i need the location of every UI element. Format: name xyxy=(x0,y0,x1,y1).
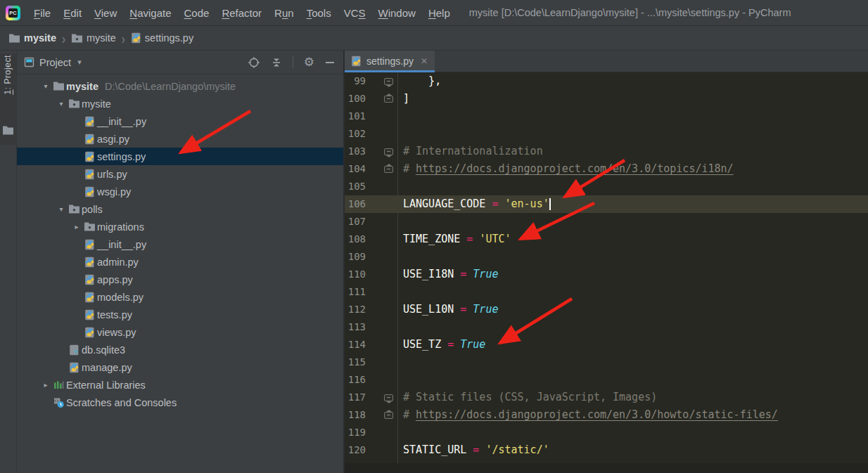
code-line-105[interactable]: 105 xyxy=(345,178,868,195)
menu-tools[interactable]: Tools xyxy=(300,7,338,19)
tree-item-__init__-py[interactable]: __init__.py xyxy=(17,112,343,130)
code-line-117[interactable]: 117−# Static files (CSS, JavaScript, Ima… xyxy=(345,389,868,406)
close-icon[interactable]: ✕ xyxy=(421,56,428,66)
line-number[interactable]: 109 xyxy=(345,248,366,266)
menu-navigate[interactable]: Navigate xyxy=(123,7,177,19)
menu-edit[interactable]: Edit xyxy=(57,7,88,19)
tree-item-manage-py[interactable]: manage.py xyxy=(17,358,343,376)
tree-item-settings-py[interactable]: settings.py xyxy=(17,148,343,165)
code-text: TIME_ZONE = 'UTC' xyxy=(403,231,511,248)
tree-item-mysite[interactable]: ▾mysiteD:\Code\LearnDjango\mysite xyxy=(17,77,343,95)
code-line-114[interactable]: 114USE_TZ = True xyxy=(345,336,868,354)
menu-help[interactable]: Help xyxy=(422,7,457,19)
fold-region-end-icon[interactable]: − xyxy=(384,94,393,103)
fold-region-end-icon[interactable]: − xyxy=(384,410,393,420)
tree-item-tests-py[interactable]: tests.py xyxy=(17,306,343,323)
line-number[interactable]: 119 xyxy=(345,424,366,441)
line-number[interactable]: 115 xyxy=(345,354,366,371)
code-line-104[interactable]: 104−# https://docs.djangoproject.com/en/… xyxy=(345,160,868,178)
code-line-111[interactable]: 111 xyxy=(345,283,868,301)
line-number[interactable]: 104 xyxy=(345,160,366,178)
line-number[interactable]: 120 xyxy=(345,441,366,459)
fold-region-start-icon[interactable]: − xyxy=(384,147,393,156)
tree-item-polls[interactable]: ▾polls xyxy=(17,200,343,218)
chevron-expanded-icon[interactable]: ▾ xyxy=(56,205,67,213)
line-number[interactable]: 112 xyxy=(345,301,366,318)
code-line-102[interactable]: 102 xyxy=(345,125,868,143)
fold-region-start-icon[interactable]: − xyxy=(384,77,393,86)
menu-view[interactable]: View xyxy=(88,7,123,19)
line-number[interactable]: 114 xyxy=(345,336,366,354)
tree-item-models-py[interactable]: models.py xyxy=(17,288,343,306)
code-line-106[interactable]: 106LANGUAGE_CODE = 'en-us' xyxy=(345,195,868,213)
line-number[interactable]: 100 xyxy=(345,90,366,108)
line-number[interactable]: 102 xyxy=(345,125,366,143)
code-line-110[interactable]: 110USE_I18N = True xyxy=(345,266,868,283)
settings-gear-icon[interactable]: ⚙ xyxy=(304,56,314,68)
line-number[interactable]: 107 xyxy=(345,213,366,231)
code-line-116[interactable]: 116 xyxy=(345,371,868,389)
chevron-collapsed-icon[interactable]: ▸ xyxy=(40,381,51,389)
tree-item-urls-py[interactable]: urls.py xyxy=(17,165,343,183)
line-number[interactable]: 106 xyxy=(345,195,366,213)
tree-item-apps-py[interactable]: apps.py xyxy=(17,271,343,288)
tree-item-asgi-py[interactable]: asgi.py xyxy=(17,130,343,148)
fold-region-end-icon[interactable]: − xyxy=(384,164,393,174)
tree-item-db-sqlite3[interactable]: ?db.sqlite3 xyxy=(17,341,343,358)
chevron-down-icon[interactable]: ▾ xyxy=(77,58,82,67)
code-line-107[interactable]: 107 xyxy=(345,213,868,231)
tree-item-__init__-py[interactable]: __init__.py xyxy=(17,235,343,253)
line-number[interactable]: 108 xyxy=(345,231,366,248)
line-number[interactable]: 101 xyxy=(345,108,366,125)
tab-settings-py[interactable]: settings.py ✕ xyxy=(345,51,435,72)
chevron-expanded-icon[interactable]: ▾ xyxy=(56,100,67,108)
breadcrumb-item-mysite[interactable]: mysite xyxy=(7,32,58,44)
menu-run[interactable]: Run xyxy=(268,7,300,19)
code-line-118[interactable]: 118−# https://docs.djangoproject.com/en/… xyxy=(345,406,868,424)
code-line-112[interactable]: 112USE_L10N = True xyxy=(345,301,868,318)
code-line-109[interactable]: 109 xyxy=(345,248,868,266)
hide-panel-icon[interactable] xyxy=(325,58,335,67)
line-number[interactable]: 113 xyxy=(345,318,366,336)
line-number[interactable]: 111 xyxy=(345,283,366,301)
code-editor[interactable]: 99− },100−]101102103−# Internationalizat… xyxy=(345,72,868,473)
breadcrumb-item-settings-py[interactable]: settings.py xyxy=(129,32,195,44)
line-number[interactable]: 105 xyxy=(345,178,366,195)
collapse-all-icon[interactable] xyxy=(271,57,282,68)
breadcrumb-item-mysite[interactable]: mysite xyxy=(70,32,117,44)
tree-item-admin-py[interactable]: admin.py xyxy=(17,253,343,271)
line-number[interactable]: 117 xyxy=(345,389,366,406)
menu-refactor[interactable]: Refactor xyxy=(215,7,268,19)
menu-file[interactable]: File xyxy=(27,7,57,19)
tree-item-wsgi-py[interactable]: wsgi.py xyxy=(17,183,343,200)
line-number[interactable]: 103 xyxy=(345,143,366,160)
line-number[interactable]: 116 xyxy=(345,371,366,389)
code-line-103[interactable]: 103−# Internationalization xyxy=(345,143,868,160)
fold-region-start-icon[interactable]: − xyxy=(384,393,393,402)
tree-item-external-libraries[interactable]: ▸External Libraries xyxy=(17,376,343,394)
code-line-120[interactable]: 120STATIC_URL = '/static/' xyxy=(345,441,868,459)
chevron-collapsed-icon[interactable]: ▸ xyxy=(71,223,82,231)
line-number[interactable]: 118 xyxy=(345,406,366,424)
tree-item-scratches-and-consoles[interactable]: Scratches and Consoles xyxy=(17,394,343,411)
folder-icon[interactable] xyxy=(2,125,14,136)
code-line-100[interactable]: 100−] xyxy=(345,90,868,108)
code-line-99[interactable]: 99− }, xyxy=(345,72,868,90)
code-line-115[interactable]: 115 xyxy=(345,354,868,371)
menu-code[interactable]: Code xyxy=(178,7,216,19)
menu-vcs[interactable]: VCS xyxy=(338,7,372,19)
line-number[interactable]: 110 xyxy=(345,266,366,283)
locate-icon[interactable] xyxy=(248,56,260,69)
chevron-expanded-icon[interactable]: ▾ xyxy=(40,82,51,90)
code-line-101[interactable]: 101 xyxy=(345,108,868,125)
tree-item-migrations[interactable]: ▸migrations xyxy=(17,218,343,235)
code-line-119[interactable]: 119 xyxy=(345,424,868,441)
line-number[interactable]: 99 xyxy=(345,72,366,90)
tree-item-mysite[interactable]: ▾mysite xyxy=(17,95,343,112)
code-line-108[interactable]: 108TIME_ZONE = 'UTC' xyxy=(345,231,868,248)
menu-window[interactable]: Window xyxy=(372,7,422,19)
code-line-113[interactable]: 113 xyxy=(345,318,868,336)
project-panel-title[interactable]: Project xyxy=(39,57,71,68)
project-tool-window-label[interactable]: 1: Project xyxy=(3,55,13,95)
tree-item-views-py[interactable]: views.py xyxy=(17,323,343,341)
